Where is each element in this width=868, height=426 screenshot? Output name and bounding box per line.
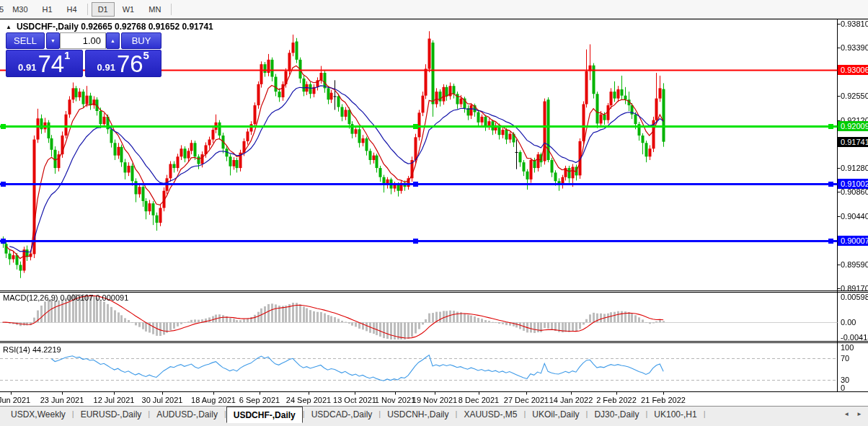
rsi-axis-label: 0 [841,383,845,392]
buy-price-point: 5 [143,50,149,61]
price-marker-label: 0.91002 [838,179,868,189]
price-marker-label: 0.90007 [838,236,868,246]
price-tick-label: 0.91280 [841,164,868,172]
timeframe-button-h4[interactable]: H4 [61,2,84,17]
price-tick-label: 0.90860 [841,187,868,196]
timeframe-group: M30H1H4 [5,2,84,17]
tab-usdcad-[interactable]: USDCAD-,Daily [305,407,379,422]
volume-input[interactable]: 1.00 [60,32,106,49]
date-axis-label: 30 Jul 2021 [142,396,183,404]
date-axis-label: 27 Dec 2021 [504,396,549,404]
tab-separator: | [704,407,706,418]
tab-audusd-[interactable]: AUDUSD-,Daily [150,407,224,422]
price-tick-label: 0.90440 [841,212,868,221]
price-marker-label: 0.93006 [838,65,868,75]
tab-ukoil-[interactable]: UKOil-,Daily [526,407,585,422]
price-tick-label: 0.89590 [841,260,868,269]
tab-uk100-[interactable]: UK100-,H1 [647,407,703,422]
buy-button[interactable]: BUY [121,32,161,49]
chart-title: ▲ USDCHF-,Daily 0.92665 0.92768 0.91652 … [6,22,213,32]
date-axis-label: 12 Jul 2021 [94,396,135,404]
macd-axis-label: 0.005986 [841,293,868,301]
price-marker-label: 0.92009 [838,121,868,131]
macd-axis-label: 0.00 [841,318,856,327]
date-axis-label: 18 Aug 2021 [191,396,236,404]
toolbar-separator [87,4,88,15]
tab-scroll-left-icon[interactable]: ◄ [843,411,849,417]
date-axis-label: 13 Oct 2021 [333,396,376,404]
timeframe-group: D1W1MN [91,2,169,17]
date-axis-label: 8 Dec 2021 [459,396,499,404]
tab-dj30-[interactable]: DJ30-,Daily [588,407,645,422]
buy-price-pips: 76 [117,53,143,75]
volume-increase-icon[interactable]: ▲ [106,32,120,49]
date-axis-label: 23 Jun 2021 [40,396,84,404]
chart-title-text: USDCHF-,Daily 0.92665 0.92768 0.91652 0.… [17,22,213,32]
date-axis-label: 1 Nov 2021 [375,396,415,404]
date-axis-label: 6 Sep 2021 [239,396,280,404]
price-marker-label: 0.91741 [838,137,868,147]
collapse-chart-icon[interactable]: ▲ [6,24,12,30]
buy-price-base: 0.91 [97,61,115,75]
sell-button[interactable]: SELL [6,32,45,49]
rsi-label: RSI(14) 44.2219 [3,345,61,354]
sell-price-base: 0.91 [18,61,36,75]
chart-tab-bar: USDX,Weekly|EURUSD-,Daily|AUDUSD-,Daily|… [0,406,868,426]
timeframe-button-h1[interactable]: H1 [36,2,59,17]
timeframe-button-d1[interactable]: D1 [92,2,115,17]
price-tick-label: 0.93810 [841,19,868,28]
tab-eurusd-[interactable]: EURUSD-,Daily [74,407,149,422]
one-click-trade-panel: SELL ▼ 1.00 ▲ BUY 0.91 74 1 0.91 76 5 [6,32,161,77]
timeframe-button-m30[interactable]: M30 [6,2,34,17]
rsi-axis-label: 100 [841,343,854,352]
price-tick-label: 0.92550 [841,92,868,100]
sell-price-pips: 74 [37,53,64,75]
date-axis-label: 2 Feb 2022 [596,396,637,404]
rsi-axis-label: 70 [841,354,849,363]
macd-label: MACD(12,26,9) 0.000107 0.000091 [3,293,128,302]
sell-price-display[interactable]: 0.91 74 1 [6,50,83,77]
sell-price-point: 1 [64,50,70,61]
timeframe-button-mn[interactable]: MN [142,2,167,17]
date-axis-label: 14 Jan 2022 [549,396,593,404]
tab-usdcnh-[interactable]: USDCNH-,Daily [381,407,455,422]
tab-xauusd-[interactable]: XAUUSD-,M5 [457,407,523,422]
tab-scroll-right-icon[interactable]: ► [856,411,862,417]
toolbar-separator [171,4,172,15]
date-axis-label: 21 Feb 2022 [641,396,686,404]
date-axis-label: 19 Nov 2021 [412,396,457,404]
date-axis-label: 24 Sep 2021 [286,396,331,404]
mt4-window: 5 M30H1H4 D1W1MN ▲ USDCHF-,Daily 0.92665… [0,0,868,426]
tab-scroll-arrows: ◄ ► [843,411,862,417]
macd-axis-label: -0.004134 [841,333,868,342]
timeframe-clipped-m5[interactable]: 5 [0,3,5,16]
timeframe-toolbar: 5 M30H1H4 D1W1MN [0,0,868,19]
buy-price-display[interactable]: 0.91 76 5 [85,50,162,77]
price-tick-label: 0.93390 [841,43,868,52]
price-tick-label: 0.89170 [841,284,868,293]
tab-usdchf-[interactable]: USDCHF-,Daily [226,407,303,423]
tab-usdx[interactable]: USDX,Weekly [4,407,72,422]
timeframe-button-w1[interactable]: W1 [116,2,141,17]
volume-decrease-icon[interactable]: ▼ [46,32,60,49]
date-axis-label: 4 Jun 2021 [0,396,30,404]
